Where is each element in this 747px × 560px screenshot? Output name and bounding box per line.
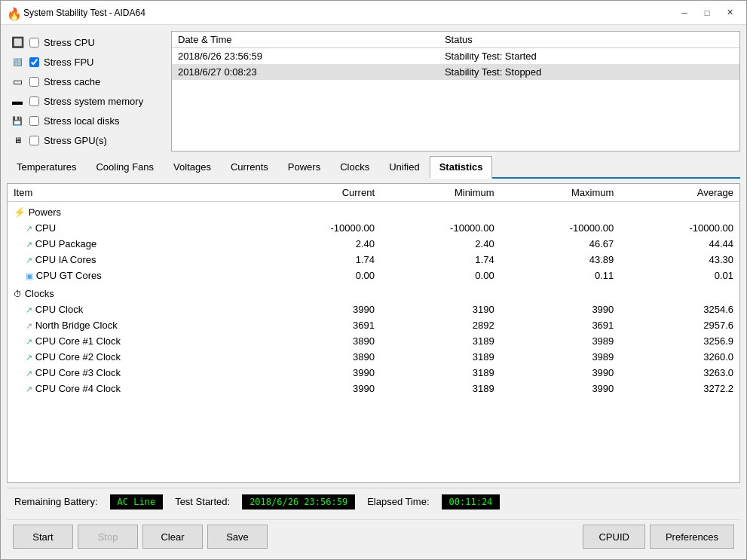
tab-clocks[interactable]: Clocks (330, 156, 379, 179)
tab-currents[interactable]: Currents (221, 156, 278, 179)
stress-fpu-checkbox[interactable] (29, 57, 39, 67)
item-icon (26, 304, 32, 315)
row-item: CPU GT Cores (8, 268, 261, 283)
stop-button[interactable]: Stop (78, 525, 138, 549)
row-average: 0.01 (620, 268, 739, 283)
close-button[interactable]: ✕ (719, 5, 740, 20)
elapsed-value: 00:11:24 (442, 494, 501, 510)
clear-button[interactable]: Clear (142, 525, 203, 549)
memory-icon (10, 95, 25, 107)
log-col-datetime: Date & Time (172, 32, 439, 48)
stress-fpu-option: Stress FPU (10, 54, 162, 70)
table-row: CPU -10000.00 -10000.00 -10000.00 -10000… (8, 220, 739, 236)
log-datetime-2: 2018/6/27 0:08:23 (172, 64, 439, 80)
log-col-status: Status (439, 32, 739, 48)
row-average: 3272.2 (620, 381, 739, 396)
log-row: 2018/6/27 0:08:23 Stability Test: Stoppe… (172, 64, 739, 80)
maximize-button[interactable]: □ (696, 5, 718, 20)
stress-cache-label: Stress cache (44, 76, 100, 87)
table-row: CPU Package 2.40 2.40 46.67 44.44 (8, 236, 739, 252)
minimize-button[interactable]: ─ (674, 5, 695, 20)
log-table: Date & Time Status 2018/6/26 23:56:59 St… (172, 32, 739, 80)
main-content: Stress CPU Stress FPU Stress cache Stres… (1, 25, 746, 559)
row-current: 3990 (261, 301, 381, 317)
stress-cpu-checkbox[interactable] (29, 38, 39, 47)
button-spacer (272, 525, 578, 549)
row-maximum: 3990 (501, 301, 620, 317)
stress-cpu-option: Stress CPU (10, 34, 162, 50)
row-minimum: 3189 (381, 381, 501, 396)
battery-value: AC Line (110, 494, 164, 510)
disk-icon (10, 115, 25, 127)
row-average: 3254.6 (620, 301, 739, 317)
gpu-icon (10, 134, 25, 146)
status-bar: Remaining Battery: AC Line Test Started:… (7, 488, 740, 515)
tab-powers[interactable]: Powers (278, 156, 330, 179)
item-icon (26, 383, 32, 394)
row-current: -10000.00 (261, 220, 381, 236)
table-row: CPU IA Cores 1.74 1.74 43.89 43.30 (8, 252, 739, 268)
row-current: 3691 (261, 317, 381, 333)
row-current: 3890 (261, 333, 381, 349)
item-icon (26, 367, 32, 378)
stress-gpu-checkbox[interactable] (29, 136, 39, 145)
table-row: CPU Core #4 Clock 3990 3189 3990 3272.2 (8, 381, 739, 396)
stress-cpu-label: Stress CPU (44, 37, 95, 48)
fpu-icon (10, 56, 25, 68)
row-minimum: 0.00 (381, 268, 501, 283)
tabs-bar: Temperatures Cooling Fans Voltages Curre… (7, 156, 740, 179)
tab-voltages[interactable]: Voltages (164, 156, 221, 179)
row-minimum: 3189 (381, 333, 501, 349)
col-maximum: Maximum (501, 184, 620, 202)
tab-cooling[interactable]: Cooling Fans (86, 156, 164, 179)
table-row: CPU Core #1 Clock 3890 3189 3989 3256.9 (8, 333, 739, 349)
log-status-2: Stability Test: Stopped (439, 64, 739, 80)
group-row-powers: Powers (8, 202, 739, 221)
preferences-button[interactable]: Preferences (650, 525, 734, 549)
row-average: -10000.00 (620, 220, 739, 236)
row-minimum: 1.74 (381, 252, 501, 268)
tab-statistics[interactable]: Statistics (430, 156, 493, 179)
cpu-icon (10, 36, 25, 48)
save-button[interactable]: Save (207, 525, 268, 549)
main-window: 🔥 System Stability Test - AIDA64 ─ □ ✕ S… (0, 0, 747, 560)
stress-memory-checkbox[interactable] (29, 96, 39, 106)
col-average: Average (620, 184, 739, 202)
row-item: CPU (8, 220, 261, 236)
start-button[interactable]: Start (13, 525, 73, 549)
stress-cache-option: Stress cache (10, 73, 162, 90)
bottom-buttons: Start Stop Clear Save CPUID Preferences (7, 519, 740, 553)
item-icon (26, 238, 32, 249)
row-maximum: 3990 (501, 381, 620, 396)
tab-unified[interactable]: Unified (379, 156, 429, 179)
row-maximum: 3691 (501, 317, 620, 333)
data-table-wrapper[interactable]: Item Current Minimum Maximum Average (8, 184, 739, 482)
row-minimum: 3189 (381, 349, 501, 365)
started-value: 2018/6/26 23:56:59 (242, 494, 355, 510)
tab-temperatures[interactable]: Temperatures (7, 156, 86, 179)
app-icon: 🔥 (7, 7, 19, 19)
row-minimum: -10000.00 (381, 220, 501, 236)
stress-disk-checkbox[interactable] (29, 116, 39, 126)
bridge-icon (26, 320, 32, 331)
row-item: CPU Core #4 Clock (8, 381, 261, 396)
elapsed-label: Elapsed Time: (367, 496, 429, 507)
row-current: 1.74 (261, 252, 381, 268)
row-item: CPU IA Cores (8, 252, 261, 268)
stress-options-panel: Stress CPU Stress FPU Stress cache Stres… (7, 31, 165, 151)
row-maximum: 3989 (501, 349, 620, 365)
titlebar: 🔥 System Stability Test - AIDA64 ─ □ ✕ (1, 1, 746, 25)
table-row: CPU GT Cores 0.00 0.00 0.11 0.01 (8, 268, 739, 283)
col-item: Item (8, 184, 261, 202)
row-item: CPU Clock (8, 301, 261, 317)
log-panel: Date & Time Status 2018/6/26 23:56:59 St… (171, 31, 740, 151)
group-row-clocks: Clocks (8, 283, 739, 301)
row-maximum: 3989 (501, 333, 620, 349)
cpuid-button[interactable]: CPUID (583, 525, 644, 549)
stress-cache-checkbox[interactable] (29, 77, 39, 87)
row-average: 3260.0 (620, 349, 739, 365)
col-current: Current (261, 184, 381, 202)
item-icon (26, 351, 32, 363)
stress-memory-option: Stress system memory (10, 93, 162, 109)
row-average: 3256.9 (620, 333, 739, 349)
